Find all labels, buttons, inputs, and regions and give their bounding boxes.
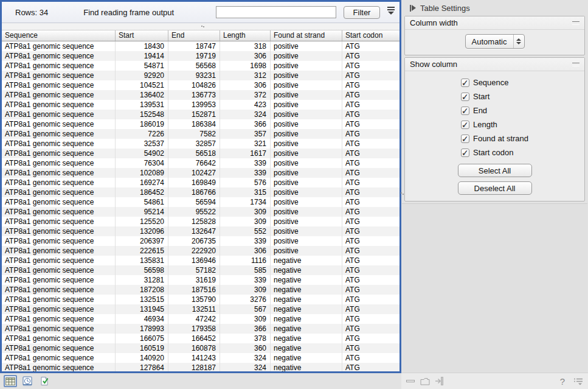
column-header-start-codon[interactable]: Start codon bbox=[342, 30, 399, 41]
filter-menu-icon[interactable] bbox=[387, 5, 395, 15]
table-cell: negative bbox=[271, 353, 342, 363]
minimize-icon[interactable] bbox=[406, 379, 415, 384]
show-column-group-header[interactable]: Show column bbox=[405, 58, 584, 71]
table-cell: 309 bbox=[220, 207, 271, 217]
table-settings-panel: Table Settings Column width Automatic Sh… bbox=[401, 0, 588, 389]
deselect-all-button[interactable]: Deselect All bbox=[458, 181, 532, 195]
collapse-group-icon[interactable] bbox=[572, 21, 579, 25]
table-row[interactable]: ATP8a1 genomic sequence54902565181617pos… bbox=[2, 149, 399, 158]
history-view-tab[interactable] bbox=[21, 375, 34, 387]
table-cell: ATG bbox=[342, 256, 399, 265]
settings-header[interactable]: Table Settings bbox=[401, 0, 588, 16]
select-all-button[interactable]: Select All bbox=[458, 164, 532, 177]
panel-divider-grip[interactable] bbox=[400, 192, 404, 196]
settings-menu-icon[interactable] bbox=[573, 377, 583, 385]
table-cell: ATG bbox=[342, 41, 399, 51]
table-row[interactable]: ATP8a1 genomic sequence3253732857321posi… bbox=[2, 139, 399, 149]
horizontal-splitter[interactable] bbox=[2, 23, 399, 30]
column-header-found-at-strand[interactable]: Found at strand bbox=[271, 30, 342, 41]
table-row[interactable]: ATP8a1 genomic sequence54861565941734pos… bbox=[2, 197, 399, 207]
table-row[interactable]: ATP8a1 genomic sequence127864128187324ne… bbox=[2, 363, 399, 371]
table-row[interactable]: ATP8a1 genomic sequence178993179358366ne… bbox=[2, 324, 399, 334]
table-cell: 306 bbox=[220, 80, 271, 90]
table-cell: 206735 bbox=[168, 236, 220, 246]
show-column-option-found-at-strand[interactable]: ✓Found at strand bbox=[461, 131, 528, 145]
table-cell: 140920 bbox=[116, 353, 168, 363]
table-cell: 56594 bbox=[168, 197, 220, 207]
table-cell: positive bbox=[271, 187, 342, 197]
column-header-sequence[interactable]: Sequence bbox=[2, 30, 116, 41]
table-cell: ATG bbox=[342, 246, 399, 256]
dock-right-icon[interactable] bbox=[435, 377, 444, 385]
table-row[interactable]: ATP8a1 genomic sequence186452186766315po… bbox=[2, 187, 399, 197]
show-column-option-end[interactable]: ✓End bbox=[461, 103, 487, 117]
table-row[interactable]: ATP8a1 genomic sequence125520125828309po… bbox=[2, 217, 399, 226]
table-cell: 135790 bbox=[168, 295, 220, 304]
table-cell: 222615 bbox=[116, 246, 168, 256]
table-cell: ATP8a1 genomic sequence bbox=[2, 158, 116, 168]
show-column-option-start-codon[interactable]: ✓Start codon bbox=[461, 145, 514, 159]
table-row[interactable]: ATP8a1 genomic sequence136402136773372po… bbox=[2, 90, 399, 100]
table-row[interactable]: ATP8a1 genomic sequence54871565681698pos… bbox=[2, 61, 399, 71]
column-header-end[interactable]: End bbox=[168, 30, 220, 41]
table-row[interactable]: ATP8a1 genomic sequence166075166452378ne… bbox=[2, 334, 399, 343]
help-icon[interactable]: ? bbox=[560, 376, 565, 387]
table-row[interactable]: ATP8a1 genomic sequence72267582357positi… bbox=[2, 129, 399, 139]
checkbox-icon[interactable]: ✓ bbox=[461, 149, 469, 157]
column-width-selected: Automatic bbox=[466, 37, 513, 46]
table-cell: ATP8a1 genomic sequence bbox=[2, 265, 116, 275]
table-row[interactable]: ATP8a1 genomic sequence1941419719306posi… bbox=[2, 51, 399, 61]
checkbox-icon[interactable]: ✓ bbox=[461, 107, 469, 115]
collapse-panel-icon[interactable] bbox=[410, 5, 416, 12]
table-cell: 56568 bbox=[168, 61, 220, 71]
table-row[interactable]: ATP8a1 genomic sequence132096132647552po… bbox=[2, 226, 399, 236]
element-info-view-tab[interactable] bbox=[38, 375, 51, 387]
table-view-tab[interactable] bbox=[4, 375, 17, 387]
table-row[interactable]: ATP8a1 genomic sequence104521104826306po… bbox=[2, 80, 399, 90]
table-row[interactable]: ATP8a1 genomic sequence187208187516309ne… bbox=[2, 285, 399, 295]
table-cell: 46934 bbox=[116, 314, 168, 324]
checkbox-label: End bbox=[473, 106, 487, 115]
filter-button[interactable]: Filter bbox=[344, 6, 380, 19]
table-cell: 160519 bbox=[116, 343, 168, 353]
table-row[interactable]: ATP8a1 genomic sequence1358311369461116n… bbox=[2, 256, 399, 265]
table-cell: positive bbox=[271, 119, 342, 129]
table-row[interactable]: ATP8a1 genomic sequence140920141243324ne… bbox=[2, 353, 399, 363]
table-row[interactable]: ATP8a1 genomic sequence169274169849576po… bbox=[2, 178, 399, 187]
table-row[interactable]: ATP8a1 genomic sequence139531139953423po… bbox=[2, 100, 399, 110]
table-row[interactable]: ATP8a1 genomic sequence152548152871324po… bbox=[2, 110, 399, 119]
table-row[interactable]: ATP8a1 genomic sequence9292093231312posi… bbox=[2, 71, 399, 80]
splitter-grip-icon[interactable] bbox=[201, 25, 205, 28]
checkbox-icon[interactable]: ✓ bbox=[461, 135, 469, 143]
table-row[interactable]: ATP8a1 genomic sequence186019186384366po… bbox=[2, 119, 399, 129]
table-row[interactable]: ATP8a1 genomic sequence222615222920306po… bbox=[2, 246, 399, 256]
table-row[interactable]: ATP8a1 genomic sequence160519160878360ne… bbox=[2, 343, 399, 353]
table-row[interactable]: ATP8a1 genomic sequence1843018747318posi… bbox=[2, 41, 399, 51]
table-row[interactable]: ATP8a1 genomic sequence7630476642339posi… bbox=[2, 158, 399, 168]
checkbox-icon[interactable]: ✓ bbox=[461, 121, 469, 129]
table-row[interactable]: ATP8a1 genomic sequence9521495522309posi… bbox=[2, 207, 399, 217]
table-row[interactable]: ATP8a1 genomic sequence206397206735339po… bbox=[2, 236, 399, 246]
checkbox-icon[interactable]: ✓ bbox=[461, 79, 469, 87]
table-row[interactable]: ATP8a1 genomic sequence5659857182585nega… bbox=[2, 265, 399, 275]
folder-icon[interactable] bbox=[420, 377, 430, 385]
table-cell: ATG bbox=[342, 80, 399, 90]
collapse-group-icon[interactable] bbox=[572, 63, 579, 66]
table-cell: ATP8a1 genomic sequence bbox=[2, 226, 116, 236]
checkbox-icon[interactable]: ✓ bbox=[461, 93, 469, 101]
table-row[interactable]: ATP8a1 genomic sequence131945132511567ne… bbox=[2, 304, 399, 314]
table-row[interactable]: ATP8a1 genomic sequence1325151357903276n… bbox=[2, 295, 399, 304]
column-width-group-header[interactable]: Column width bbox=[405, 16, 584, 30]
table-row[interactable]: ATP8a1 genomic sequence4693447242309nega… bbox=[2, 314, 399, 324]
column-header-length[interactable]: Length bbox=[220, 30, 271, 41]
filter-input[interactable] bbox=[216, 6, 336, 18]
show-column-option-sequence[interactable]: ✓Sequence bbox=[461, 75, 509, 89]
show-column-option-length[interactable]: ✓Length bbox=[461, 117, 497, 131]
table-row[interactable]: ATP8a1 genomic sequence102089102427339po… bbox=[2, 168, 399, 178]
column-width-dropdown[interactable]: Automatic bbox=[465, 34, 525, 49]
table-cell: ATP8a1 genomic sequence bbox=[2, 41, 116, 51]
table-row[interactable]: ATP8a1 genomic sequence3128131619339nega… bbox=[2, 275, 399, 285]
table-cell: ATP8a1 genomic sequence bbox=[2, 353, 116, 363]
show-column-option-start[interactable]: ✓Start bbox=[461, 89, 489, 103]
column-header-start[interactable]: Start bbox=[116, 30, 168, 41]
